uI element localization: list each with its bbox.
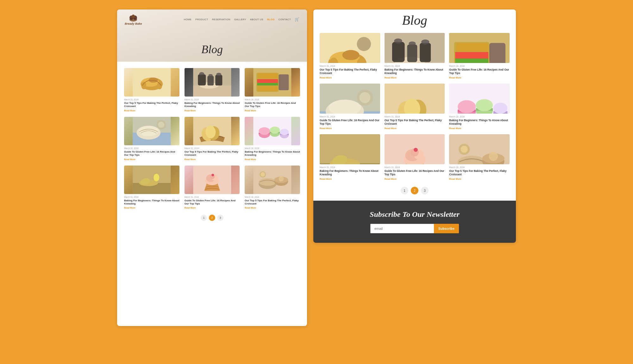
newsletter-subscribe-button[interactable]: Subscribe xyxy=(434,224,459,233)
blog-title-4: Guide To Gluten Free Life: 16 Recipes An… xyxy=(124,150,179,157)
right-blog-title: Blog xyxy=(320,13,510,28)
svg-rect-24 xyxy=(258,86,278,91)
svg-point-103 xyxy=(458,100,476,113)
right-img-2 xyxy=(385,33,445,63)
right-read-more-1[interactable]: Read More xyxy=(320,76,380,79)
svg-rect-86 xyxy=(455,59,488,63)
nav-links: HOME PRODUCT RESERVATION GALLERY ABOUT U… xyxy=(184,17,299,22)
newsletter-email-input[interactable] xyxy=(370,224,434,233)
read-more-8[interactable]: Read More xyxy=(185,207,240,209)
blog-title-8: Guide To Gluten Free Life: 16 Recipes An… xyxy=(185,199,240,206)
svg-point-128 xyxy=(489,152,498,161)
svg-rect-89 xyxy=(489,43,505,63)
right-title-8: Guide To Gluten Free Life: 16 Recipes An… xyxy=(385,169,445,176)
blog-card-1: March 31, 2018 Our Top 5 Tips For Baking… xyxy=(124,68,179,112)
svg-rect-79 xyxy=(420,43,431,62)
read-more-5[interactable]: Read More xyxy=(185,158,240,160)
right-img-1 xyxy=(320,33,380,63)
svg-point-58 xyxy=(211,174,214,176)
right-date-5: March 31, 2018 xyxy=(385,116,445,118)
read-more-2[interactable]: Read More xyxy=(185,110,240,112)
right-read-more-2[interactable]: Read More xyxy=(385,76,445,79)
blog-title-1: Our Top 5 Tips For Baking The Perfect, F… xyxy=(124,102,179,108)
svg-rect-23 xyxy=(258,73,278,78)
blog-img-1 xyxy=(124,68,179,97)
read-more-4[interactable]: Read More xyxy=(124,158,179,160)
svg-rect-87 xyxy=(456,43,489,52)
right-read-more-8[interactable]: Read More xyxy=(385,178,445,180)
blog-title-6: Baking For Beginners: Things To Know Abo… xyxy=(245,150,300,157)
read-more-9[interactable]: Read More xyxy=(245,207,300,209)
right-card-9: March 18, 2018 Our Top 5 Tips For Baking… xyxy=(449,134,510,180)
svg-point-3 xyxy=(132,15,135,18)
svg-point-130 xyxy=(461,146,468,153)
right-date-4: March 31, 2018 xyxy=(320,116,380,118)
right-card-3: March 18, 2018 Guide To Gluten Free Life… xyxy=(449,33,510,79)
blog-date-4: March 31, 2018 xyxy=(124,147,179,149)
nav-gallery[interactable]: GALLERY xyxy=(234,18,246,21)
nav-contact[interactable]: CONTACT xyxy=(279,18,291,21)
newsletter-title: Subscribe To Our Newsletter xyxy=(370,210,460,219)
svg-point-82 xyxy=(421,40,429,45)
right-read-more-9[interactable]: Read More xyxy=(449,178,510,180)
nav-reservation[interactable]: RESERVATION xyxy=(212,18,230,21)
page-btn-3[interactable]: 3 xyxy=(217,215,223,221)
page-btn-2[interactable]: 2 xyxy=(209,215,215,221)
right-img-7 xyxy=(320,134,380,164)
right-title-5: Our Top 5 Tips For Baking The Perfect, F… xyxy=(385,119,445,126)
blog-img-2 xyxy=(185,68,240,97)
blog-date-2: March 31, 2018 xyxy=(185,98,240,101)
svg-point-106 xyxy=(476,99,493,111)
read-more-1[interactable]: Read More xyxy=(124,110,179,112)
nav-product[interactable]: PRODUCT xyxy=(195,18,208,21)
read-more-3[interactable]: Read More xyxy=(245,110,300,112)
navbar: Bready Bake HOME PRODUCT RESERVATION GAL… xyxy=(117,13,307,25)
right-img-3 xyxy=(449,33,510,63)
right-date-9: March 18, 2018 xyxy=(449,166,510,168)
svg-point-16 xyxy=(199,72,204,75)
left-pagination: 1 2 3 xyxy=(124,215,300,221)
right-read-more-5[interactable]: Read More xyxy=(385,127,445,130)
right-read-more-3[interactable]: Read More xyxy=(449,76,510,79)
blog-date-6: March 18, 2018 xyxy=(245,147,300,149)
right-pagination: 1 2 3 xyxy=(320,187,510,194)
svg-point-8 xyxy=(141,82,146,89)
blog-card-7: March 31, 2018 Baking For Beginners: Thi… xyxy=(124,166,179,209)
right-img-8 xyxy=(385,134,445,164)
right-read-more-4[interactable]: Read More xyxy=(320,127,380,130)
page-btn-1[interactable]: 1 xyxy=(201,215,207,221)
right-card-8: March 31, 2018 Guide To Gluten Free Life… xyxy=(385,134,445,180)
blog-content: March 31, 2018 Our Top 5 Tips For Baking… xyxy=(117,62,307,230)
blog-title-5: Our Top 5 Tips For Baking The Perfect, F… xyxy=(185,150,240,157)
right-date-7: March 31, 2018 xyxy=(320,166,380,168)
svg-point-81 xyxy=(409,41,416,46)
cart-icon[interactable]: 🛒 xyxy=(295,17,299,22)
read-more-7[interactable]: Read More xyxy=(124,207,179,209)
right-date-3: March 18, 2018 xyxy=(449,65,510,67)
svg-point-95 xyxy=(360,92,371,103)
logo-text: Bready Bake xyxy=(125,22,142,25)
svg-rect-14 xyxy=(207,76,214,85)
svg-point-39 xyxy=(259,127,270,135)
right-page-btn-2[interactable]: 2 xyxy=(411,187,418,194)
newsletter-form: Subscribe xyxy=(370,224,459,233)
right-title-7: Baking For Beginners: Things To Know Abo… xyxy=(320,169,380,176)
read-more-6[interactable]: Read More xyxy=(245,158,300,160)
right-read-more-6[interactable]: Read More xyxy=(449,127,510,130)
blog-card-2: March 31, 2018 Baking For Beginners: Thi… xyxy=(185,68,240,112)
right-card-4: March 31, 2018 Guide To Gluten Free Life… xyxy=(320,84,380,130)
right-panel: Blog March 31, 2018 Our Top 5 Ti xyxy=(313,9,516,243)
nav-about[interactable]: ABOUT US xyxy=(250,18,263,21)
svg-point-17 xyxy=(208,74,213,77)
right-title-4: Guide To Gluten Free Life: 16 Recipes An… xyxy=(320,119,380,126)
blog-grid: March 31, 2018 Our Top 5 Tips For Baking… xyxy=(124,68,300,209)
right-page-btn-1[interactable]: 1 xyxy=(401,187,408,194)
nav-blog[interactable]: BLOG xyxy=(267,18,275,21)
right-page-btn-3[interactable]: 3 xyxy=(421,187,429,194)
right-date-1: March 31, 2018 xyxy=(320,65,380,67)
blog-date-5: March 31, 2018 xyxy=(185,147,240,149)
blog-img-6 xyxy=(245,117,300,145)
newsletter-section: Subscribe To Our Newsletter Subscribe xyxy=(313,201,516,243)
nav-home[interactable]: HOME xyxy=(184,18,192,21)
right-read-more-7[interactable]: Read More xyxy=(320,178,380,180)
